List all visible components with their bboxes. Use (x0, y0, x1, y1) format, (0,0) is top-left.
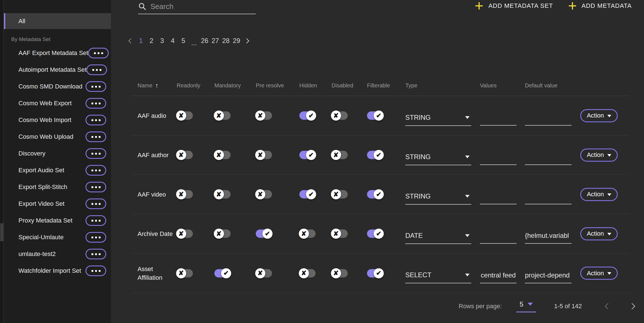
mandatory-toggle[interactable]: ✘ (214, 151, 231, 159)
footer-prev-page-button[interactable] (604, 300, 612, 312)
scrollbar-thumb[interactable] (0, 223, 3, 241)
sidebar-item[interactable]: Discovery (4, 145, 111, 162)
readonly-toggle[interactable]: ✘ (177, 269, 193, 277)
page-button-1[interactable]: 1 (137, 37, 145, 45)
page-button-27[interactable]: 27 (211, 37, 219, 45)
type-select[interactable]: SELECT (405, 271, 471, 283)
default-value-field[interactable]: {helmut.variabl (525, 231, 572, 244)
sidebar-item[interactable]: Cosmo SMD Download (4, 78, 111, 95)
page-next-button[interactable] (243, 36, 250, 46)
sidebar-item[interactable]: Cosmo Web Import (4, 112, 111, 128)
sidebar-item[interactable]: AAF Export Metadata Set (4, 45, 111, 61)
sidebar-item[interactable]: Export Split-Stitch (4, 179, 111, 195)
add-metadata-button[interactable]: ADD METADATA (569, 2, 632, 9)
default-value-field[interactable] (525, 113, 572, 126)
more-options-button[interactable] (86, 165, 106, 176)
page-button-2[interactable]: 2 (148, 37, 155, 45)
header-name[interactable]: Name ↑ (132, 82, 174, 89)
sidebar-item[interactable]: umlaute-test2 (4, 246, 111, 262)
default-value-field[interactable] (525, 192, 572, 204)
page-button-4[interactable]: 4 (169, 37, 177, 45)
more-options-button[interactable] (86, 182, 106, 192)
sidebar-item[interactable]: Cosmo Web Export (4, 95, 111, 112)
pre-resolve-toggle[interactable]: ✔ (256, 229, 272, 238)
action-button[interactable]: Action (580, 267, 618, 280)
sidebar-item[interactable]: Export Audio Set (4, 162, 111, 179)
sidebar-scrollbar[interactable] (0, 0, 4, 323)
filterable-toggle[interactable]: ✔ (367, 229, 383, 238)
action-button[interactable]: Action (580, 188, 618, 201)
more-options-button[interactable] (86, 148, 106, 159)
action-button[interactable]: Action (580, 149, 618, 162)
filterable-toggle[interactable]: ✔ (367, 190, 383, 198)
search-input[interactable] (150, 2, 256, 11)
action-button[interactable]: Action (580, 109, 618, 122)
more-options-button[interactable] (86, 265, 106, 276)
pre-resolve-toggle[interactable]: ✘ (256, 190, 272, 198)
hidden-toggle[interactable]: ✔ (299, 151, 316, 159)
more-options-button[interactable] (86, 215, 106, 226)
hidden-toggle[interactable]: ✔ (299, 190, 316, 198)
sidebar-item[interactable]: Autoimport Metadata Set (4, 61, 111, 78)
pre-resolve-toggle[interactable]: ✘ (256, 111, 272, 120)
values-field[interactable] (480, 153, 517, 165)
more-options-button[interactable] (86, 98, 106, 109)
mandatory-toggle[interactable]: ✘ (214, 229, 231, 238)
mandatory-toggle[interactable]: ✔ (214, 269, 231, 277)
more-options-button[interactable] (86, 64, 107, 75)
sidebar-item[interactable]: Export Video Set (4, 195, 111, 212)
mandatory-toggle[interactable]: ✘ (214, 190, 231, 198)
hidden-toggle[interactable]: ✘ (299, 269, 316, 277)
type-select[interactable]: STRING (405, 113, 471, 126)
type-select[interactable]: STRING (405, 153, 471, 165)
default-value-field[interactable] (525, 153, 572, 165)
type-select[interactable]: STRING (405, 192, 471, 205)
page-button-29[interactable]: 29 (233, 37, 240, 45)
page-prev-button[interactable] (127, 36, 134, 46)
page-button-5[interactable]: 5 (179, 37, 187, 45)
footer-next-page-button[interactable] (628, 300, 636, 312)
readonly-toggle[interactable]: ✘ (177, 151, 193, 159)
readonly-toggle[interactable]: ✘ (177, 111, 193, 120)
disabled-toggle[interactable]: ✘ (332, 190, 348, 198)
values-field[interactable] (480, 113, 517, 126)
ellipsis-icon (91, 169, 93, 171)
more-options-button[interactable] (86, 131, 106, 142)
sidebar-item[interactable]: Cosmo Web Upload (4, 128, 111, 145)
values-field[interactable]: central feed (480, 271, 517, 283)
disabled-toggle[interactable]: ✘ (332, 269, 348, 277)
hidden-toggle[interactable]: ✘ (299, 229, 316, 238)
values-field[interactable] (480, 231, 517, 244)
more-options-button[interactable] (88, 48, 109, 58)
mandatory-toggle[interactable]: ✘ (214, 111, 231, 120)
default-value-field[interactable]: project-depend (525, 271, 572, 283)
more-options-button[interactable] (86, 232, 106, 243)
values-field[interactable] (480, 192, 517, 204)
more-options-button[interactable] (86, 198, 106, 209)
sidebar-item-all[interactable]: All (4, 13, 111, 29)
page-button-26[interactable]: 26 (201, 37, 209, 45)
more-options-button[interactable] (86, 249, 106, 259)
add-metadata-set-button[interactable]: ADD METADATA SET (475, 2, 553, 9)
more-options-button[interactable] (86, 81, 106, 92)
disabled-toggle[interactable]: ✘ (332, 229, 348, 238)
page-button-3[interactable]: 3 (158, 37, 166, 45)
filterable-toggle[interactable]: ✔ (367, 269, 383, 277)
filterable-toggle[interactable]: ✔ (367, 151, 383, 159)
sidebar-item[interactable]: Watchfolder Import Set (4, 262, 111, 279)
action-button[interactable]: Action (580, 227, 618, 240)
type-select[interactable]: DATE (405, 231, 471, 244)
rows-per-page-select[interactable]: 5 (516, 300, 536, 312)
readonly-toggle[interactable]: ✘ (177, 229, 193, 238)
filterable-toggle[interactable]: ✔ (367, 111, 383, 120)
readonly-toggle[interactable]: ✘ (177, 190, 193, 198)
disabled-toggle[interactable]: ✘ (332, 151, 348, 159)
more-options-button[interactable] (86, 115, 106, 125)
disabled-toggle[interactable]: ✘ (332, 111, 348, 120)
pre-resolve-toggle[interactable]: ✘ (256, 151, 272, 159)
sidebar-item[interactable]: Proxy Metadata Set (4, 212, 111, 229)
hidden-toggle[interactable]: ✔ (299, 111, 316, 120)
pre-resolve-toggle[interactable]: ✘ (256, 269, 272, 277)
sidebar-item[interactable]: Special-Umlaute (4, 229, 111, 246)
page-button-28[interactable]: 28 (222, 37, 230, 45)
